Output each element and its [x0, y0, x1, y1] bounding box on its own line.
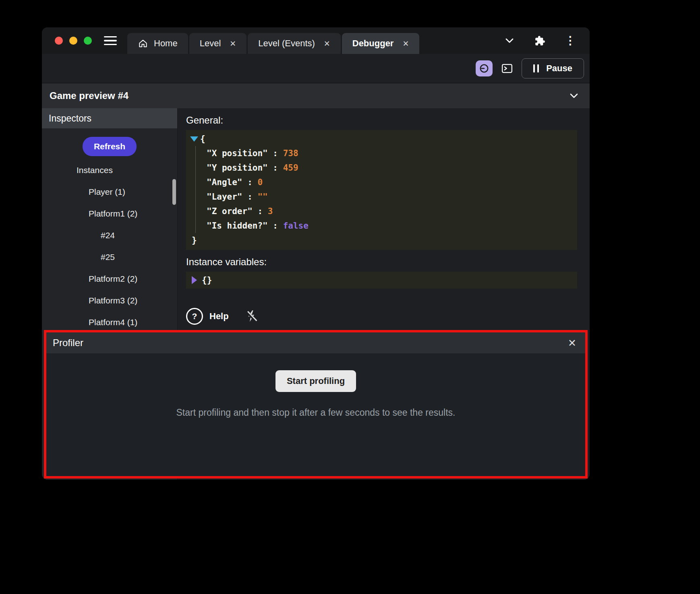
start-profiling-button[interactable]: Start profiling	[275, 370, 356, 392]
profiler-title: Profiler	[53, 337, 83, 349]
kebab-menu-icon[interactable]: ⋮	[565, 35, 576, 46]
instance-variables-label: Instance variables:	[186, 256, 577, 268]
home-icon	[138, 38, 148, 49]
pause-button[interactable]: Pause	[522, 58, 584, 78]
window-controls	[55, 37, 92, 45]
profiler-header: Profiler ✕	[46, 332, 585, 353]
profiler-body: Start profiling Start profiling and then…	[46, 353, 585, 476]
pause-label: Pause	[546, 63, 572, 74]
app-window: Home Level ✕ Level (Events) ✕ Debugger ✕	[42, 27, 590, 480]
tab-home[interactable]: Home	[127, 33, 188, 54]
expand-triangle-icon[interactable]	[192, 276, 197, 284]
game-preview-header[interactable]: Game preview #4	[42, 83, 590, 108]
profiler-panel: Profiler ✕ Start profiling Start profili…	[44, 330, 588, 479]
collapse-triangle-icon[interactable]	[190, 136, 198, 142]
tab-label: Home	[154, 38, 178, 49]
close-icon[interactable]: ✕	[402, 39, 409, 48]
tree-item-instance-24[interactable]: #24	[42, 225, 177, 246]
debugger-toolbar: Pause	[42, 54, 590, 83]
console-button[interactable]	[500, 62, 514, 75]
chevron-down-icon[interactable]	[504, 36, 515, 45]
general-json-view: { "X position" : 738 "Y position" : 459 …	[186, 130, 577, 250]
tree-item-instance-25[interactable]: #25	[42, 246, 177, 268]
flash-off-icon[interactable]	[246, 310, 258, 323]
empty-object: {}	[202, 275, 212, 285]
close-brace: }	[192, 235, 197, 245]
sidebar-scrollbar[interactable]	[172, 179, 176, 205]
tab-level[interactable]: Level ✕	[189, 33, 247, 54]
tab-bar: Home Level ✕ Level (Events) ✕ Debugger ✕	[127, 33, 419, 54]
close-icon[interactable]: ✕	[568, 338, 576, 348]
titlebar-actions: ⋮	[504, 35, 590, 46]
instance-variables-json-view: {}	[186, 272, 577, 289]
json-row-z-order: "Z order" : 3	[207, 204, 572, 219]
minimize-window-button[interactable]	[69, 37, 77, 45]
close-icon[interactable]: ✕	[230, 39, 236, 48]
json-row-is-hidden: "Is hidden?" : false	[207, 219, 572, 233]
game-preview-title: Game preview #4	[50, 90, 128, 101]
tab-label: Debugger	[352, 38, 394, 49]
hamburger-menu-icon[interactable]	[104, 36, 117, 45]
titlebar: Home Level ✕ Level (Events) ✕ Debugger ✕	[42, 27, 590, 54]
help-icon[interactable]: ?	[186, 308, 203, 325]
json-row-x-position: "X position" : 738	[207, 146, 572, 161]
tab-label: Level	[200, 38, 221, 49]
close-window-button[interactable]	[55, 37, 63, 45]
json-row-y-position: "Y position" : 459	[207, 161, 572, 175]
refresh-button[interactable]: Refresh	[83, 137, 137, 156]
help-row: ? Help	[186, 308, 577, 325]
extensions-puzzle-icon[interactable]	[534, 35, 545, 46]
pause-icon	[533, 64, 539, 72]
profiler-toggle-button[interactable]	[476, 60, 493, 76]
general-label: General:	[186, 115, 577, 126]
json-row-angle: "Angle" : 0	[207, 175, 572, 190]
json-rows: "X position" : 738 "Y position" : 459 "A…	[195, 146, 572, 233]
tab-label: Level (Events)	[258, 38, 315, 49]
open-brace: {	[200, 134, 205, 144]
instances-tree: Instances Player (1) Platform1 (2) #24 #…	[42, 159, 177, 333]
help-button[interactable]: Help	[209, 311, 229, 322]
profiler-hint-text: Start profiling and then stop it after a…	[176, 407, 456, 418]
tree-item-platform1[interactable]: Platform1 (2)	[42, 203, 177, 225]
close-icon[interactable]: ✕	[324, 39, 330, 48]
inspectors-header: Inspectors	[42, 108, 177, 128]
tree-item-platform2[interactable]: Platform2 (2)	[42, 268, 177, 290]
gauge-icon	[479, 63, 489, 74]
json-row-layer: "Layer" : ""	[207, 190, 572, 204]
tab-level-events[interactable]: Level (Events) ✕	[248, 33, 341, 54]
tab-debugger[interactable]: Debugger ✕	[342, 33, 420, 54]
chevron-down-icon[interactable]	[569, 92, 579, 100]
tree-item-instances[interactable]: Instances	[42, 159, 177, 181]
console-icon	[501, 62, 514, 74]
zoom-window-button[interactable]	[84, 37, 92, 45]
tree-item-player[interactable]: Player (1)	[42, 181, 177, 203]
tree-item-platform3[interactable]: Platform3 (2)	[42, 290, 177, 311]
